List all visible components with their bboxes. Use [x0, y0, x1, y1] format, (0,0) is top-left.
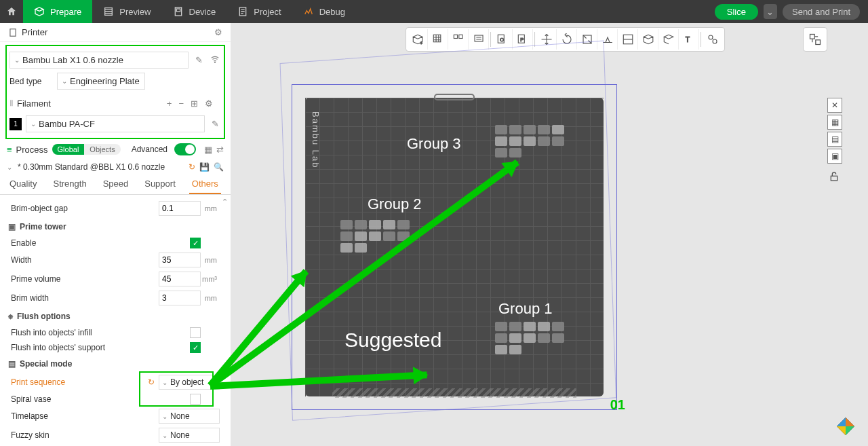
advanced-toggle[interactable] — [174, 143, 196, 155]
group1-label: Group 1 — [498, 300, 553, 318]
send-print-button[interactable]: Send and Print — [783, 4, 860, 20]
tool-add-cube[interactable]: + — [408, 29, 428, 50]
group3-label: Group 3 — [407, 135, 461, 153]
process-preset-name[interactable]: * 0.30mm Standard @BBL X1 0.6 nozzle — [18, 162, 186, 172]
svg-rect-6 — [433, 35, 441, 42]
tool-add-plate[interactable] — [428, 29, 448, 50]
tab-preview[interactable]: Preview — [92, 0, 161, 23]
width-unit: mm — [201, 256, 220, 264]
spiral-checkbox[interactable] — [190, 394, 201, 405]
slice-dropdown[interactable]: ⌄ — [764, 4, 777, 19]
plate-close-icon[interactable]: ✕ — [827, 98, 842, 113]
flush-support-checkbox[interactable]: ✓ — [190, 342, 201, 353]
tool-assembly-view[interactable] — [803, 27, 827, 52]
flush-infill-checkbox[interactable] — [190, 327, 201, 338]
filament-settings-icon[interactable]: ⚙ — [205, 98, 213, 109]
tool-split-parts[interactable]: P — [513, 29, 533, 50]
tab-debug[interactable]: Debug — [292, 0, 356, 23]
brim-width-input[interactable] — [159, 291, 201, 305]
brim-width-unit: mm — [201, 294, 220, 302]
printer-preset-dropdown[interactable]: ⌄ Bambu Lab X1 0.6 nozzle — [9, 52, 189, 69]
process-list-icon[interactable]: ▦ — [204, 145, 212, 155]
preset-search-icon[interactable]: 🔍 — [214, 162, 224, 172]
bambu-lab-label: Bambu Lab — [311, 111, 321, 169]
object-group-1[interactable] — [495, 322, 570, 354]
process-section-title: Process — [16, 145, 48, 155]
tab-prepare[interactable]: Prepare — [23, 0, 92, 23]
width-input[interactable] — [159, 253, 201, 267]
printer-settings-icon[interactable]: ⚙ — [214, 27, 222, 37]
svg-point-18 — [713, 39, 717, 43]
flush-infill-label: Flush into objects' infill — [11, 328, 190, 337]
filament-section-title: Filament — [17, 98, 51, 109]
preset-reset-icon[interactable]: ↻ — [189, 162, 195, 172]
process-icon: ≡ — [7, 145, 12, 155]
brim-gap-input[interactable] — [159, 201, 201, 216]
toggle-objects[interactable]: Objects — [84, 144, 120, 155]
svg-text:+: + — [420, 40, 423, 46]
svg-text:O: O — [500, 37, 504, 43]
home-button[interactable] — [0, 0, 23, 23]
plate-lock-icon[interactable] — [829, 171, 840, 185]
tab-others[interactable]: Others — [189, 174, 221, 194]
fuzzy-label: Fuzzy skin — [11, 430, 159, 440]
tool-move[interactable] — [536, 29, 557, 50]
build-plate: Bambu Lab 01 Group 3 Group 2 Group 1 S — [292, 84, 617, 410]
bed-type-value: Engineering Plate — [70, 76, 140, 86]
svg-rect-19 — [810, 35, 815, 39]
tab-support[interactable]: Support — [142, 174, 178, 194]
view-triad[interactable] — [835, 416, 856, 436]
printer-edit-icon[interactable]: ✎ — [193, 55, 205, 65]
filament-dropdown-1[interactable]: ⌄ Bambu PA-CF — [26, 115, 205, 132]
preset-save-icon[interactable]: 💾 — [199, 162, 210, 172]
plate-arrange-icon[interactable]: ▦ — [827, 115, 842, 130]
scroll-up-icon[interactable]: ⌃ — [222, 198, 228, 206]
print-seq-label: Print sequence — [11, 377, 148, 387]
tool-scale[interactable] — [577, 29, 597, 50]
tool-orient[interactable] — [469, 29, 489, 50]
group2-label: Group 2 — [368, 196, 422, 213]
object-group-3[interactable] — [495, 125, 570, 157]
process-compare-icon[interactable]: ⇄ — [216, 145, 224, 155]
enable-checkbox[interactable]: ✓ — [190, 238, 201, 248]
print-seq-reset-icon[interactable]: ↻ — [148, 377, 155, 387]
tool-arrange[interactable] — [448, 29, 469, 50]
tool-lay-flat[interactable] — [597, 29, 618, 50]
filament-remove-icon[interactable]: − — [178, 98, 184, 109]
prime-tower-header: Prime tower — [20, 222, 66, 231]
tool-text[interactable]: T — [679, 29, 699, 50]
canvas-viewport[interactable]: + O P T ✕ ▦ ▤ ▣ — [231, 23, 868, 446]
printer-preset-value: Bambu Lab X1 0.6 nozzle — [22, 55, 123, 65]
svg-text:P: P — [520, 37, 524, 43]
prime-volume-input[interactable] — [159, 272, 201, 286]
fuzzy-select[interactable]: ⌄None — [159, 428, 220, 443]
filament-ams-icon[interactable]: ⊞ — [191, 98, 198, 109]
bed-type-dropdown[interactable]: ⌄ Engineering Plate — [57, 73, 145, 90]
tool-cut[interactable] — [618, 29, 638, 50]
svg-rect-21 — [831, 176, 837, 181]
tool-support-paint[interactable] — [658, 29, 679, 50]
tab-speed[interactable]: Speed — [100, 174, 132, 194]
svg-rect-1 — [176, 9, 180, 12]
tab-quality[interactable]: Quality — [7, 174, 39, 194]
filament-add-icon[interactable]: + — [167, 98, 172, 109]
printer-wifi-icon[interactable] — [209, 54, 221, 66]
tool-assembly[interactable] — [703, 29, 723, 50]
tab-project[interactable]: Project — [226, 0, 292, 23]
timelapse-select[interactable]: ⌄None — [159, 409, 220, 424]
plate-orient-icon[interactable]: ▤ — [827, 132, 842, 147]
tool-split-objects[interactable]: O — [492, 29, 513, 50]
tab-strength[interactable]: Strength — [50, 174, 89, 194]
toggle-global[interactable]: Global — [52, 144, 85, 155]
plate-settings-icon[interactable]: ▣ — [827, 149, 842, 164]
tool-mesh[interactable] — [638, 29, 658, 50]
filament-edit-icon[interactable]: ✎ — [209, 119, 221, 129]
flush-header: Flush options — [17, 312, 71, 321]
slice-button[interactable]: Slice — [715, 4, 758, 20]
tab-device-label: Device — [189, 7, 216, 17]
prime-volume-label: Prime volume — [11, 274, 159, 284]
tool-rotate[interactable] — [557, 29, 577, 50]
tab-device[interactable]: Device — [162, 0, 227, 23]
process-scope-toggle[interactable]: Global Objects — [52, 144, 121, 155]
filament-swatch-1[interactable]: 1 — [9, 118, 22, 130]
